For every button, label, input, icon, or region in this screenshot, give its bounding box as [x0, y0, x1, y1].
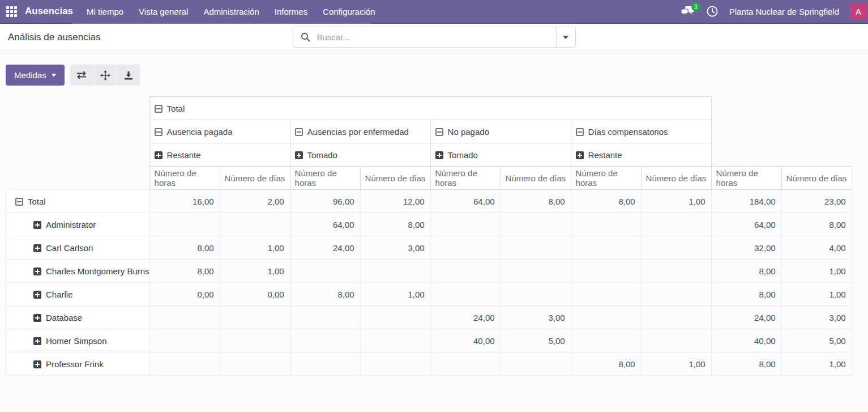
pivot-cell[interactable]: 64,00 — [290, 213, 360, 236]
collapse-icon[interactable] — [15, 198, 23, 206]
measure-header[interactable]: Número de horas — [149, 167, 220, 190]
measure-header[interactable]: Número de días — [501, 167, 571, 190]
pivot-cell[interactable]: 8,00 — [711, 352, 781, 376]
expand-icon[interactable] — [33, 291, 41, 299]
pivot-cell[interactable] — [290, 260, 360, 283]
measure-header[interactable]: Número de días — [360, 167, 430, 190]
pivot-cell[interactable]: 8,00 — [571, 352, 641, 376]
avatar[interactable]: A — [850, 3, 867, 20]
pivot-cell[interactable] — [571, 329, 641, 352]
pivot-cell[interactable]: 0,00 — [220, 283, 290, 306]
menu-item-configuracion[interactable]: Configuración — [323, 7, 375, 16]
measure-header[interactable]: Número de días — [641, 167, 711, 190]
pivot-cell[interactable]: 8,00 — [149, 236, 220, 260]
pivot-cell[interactable] — [220, 329, 290, 352]
pivot-cell[interactable]: 24,00 — [430, 306, 501, 329]
pivot-cell[interactable]: 3,00 — [501, 306, 571, 329]
pivot-cell[interactable]: 5,00 — [781, 329, 852, 352]
pivot-cell[interactable]: 40,00 — [430, 329, 501, 352]
pivot-cell[interactable]: 1,00 — [641, 352, 711, 376]
pivot-cell[interactable]: 96,00 — [290, 190, 360, 213]
pivot-cell[interactable] — [149, 329, 220, 352]
pivot-cell[interactable]: 24,00 — [711, 306, 781, 329]
messages-button[interactable]: 3 — [680, 6, 695, 17]
flip-axis-button[interactable] — [70, 65, 93, 86]
measure-header[interactable]: Número de días — [220, 167, 290, 190]
pivot-cell[interactable] — [430, 236, 501, 260]
pivot-cell[interactable] — [290, 329, 360, 352]
pivot-cell[interactable] — [220, 352, 290, 376]
pivot-cell[interactable]: 8,00 — [360, 213, 430, 236]
expand-icon[interactable] — [33, 337, 41, 345]
pivot-cell[interactable] — [220, 213, 290, 236]
collapse-icon[interactable] — [435, 128, 443, 136]
measure-header[interactable]: Número de horas — [711, 167, 781, 190]
expand-icon[interactable] — [33, 314, 41, 322]
pivot-cell[interactable]: 12,00 — [360, 190, 430, 213]
pivot-cell[interactable]: 64,00 — [430, 190, 501, 213]
pivot-cell[interactable]: 184,00 — [711, 190, 781, 213]
pivot-cell[interactable] — [571, 306, 641, 329]
pivot-cell[interactable] — [360, 260, 430, 283]
pivot-cell[interactable] — [430, 352, 501, 376]
pivot-cell[interactable]: 1,00 — [220, 260, 290, 283]
pivot-cell[interactable] — [571, 260, 641, 283]
pivot-cell[interactable] — [360, 352, 430, 376]
expand-icon[interactable] — [295, 151, 303, 159]
download-button[interactable] — [117, 65, 140, 86]
pivot-cell[interactable] — [641, 306, 711, 329]
pivot-cell[interactable] — [290, 306, 360, 329]
pivot-row-header[interactable]: Carl Carlson — [6, 236, 150, 260]
pivot-cell[interactable]: 16,00 — [149, 190, 220, 213]
pivot-cell[interactable] — [641, 283, 711, 306]
pivot-cell[interactable] — [501, 260, 571, 283]
pivot-cell[interactable]: 23,00 — [781, 190, 852, 213]
expand-icon[interactable] — [33, 267, 41, 275]
pivot-colsubgroup-tomado[interactable]: Tomado — [290, 143, 430, 167]
pivot-cell[interactable]: 32,00 — [711, 236, 781, 260]
menu-item-mi-tiempo[interactable]: Mi tiempo — [87, 7, 123, 16]
pivot-cell[interactable]: 1,00 — [220, 236, 290, 260]
pivot-cell[interactable]: 40,00 — [711, 329, 781, 352]
pivot-cell[interactable] — [501, 352, 571, 376]
pivot-colgroup-dias-compensatorios[interactable]: Días compensatorios — [571, 120, 711, 143]
pivot-cell[interactable] — [641, 213, 711, 236]
pivot-row-header[interactable]: Professor Frink — [6, 352, 150, 376]
expand-icon[interactable] — [33, 244, 41, 252]
pivot-cell[interactable]: 1,00 — [781, 352, 852, 376]
menu-item-informes[interactable]: Informes — [275, 7, 307, 16]
pivot-row-header[interactable]: Homer Simpson — [6, 329, 150, 352]
pivot-cell[interactable]: 64,00 — [711, 213, 781, 236]
menu-item-vista-general[interactable]: Vista general — [139, 7, 188, 16]
pivot-colgroup-total[interactable]: Total — [149, 97, 711, 120]
pivot-row-header[interactable]: Charles Montgomery Burns — [6, 260, 150, 283]
collapse-icon[interactable] — [155, 128, 163, 136]
pivot-cell[interactable]: 1,00 — [360, 283, 430, 306]
pivot-cell[interactable] — [430, 213, 501, 236]
company-name[interactable]: Planta Nuclear de Springfield — [729, 7, 839, 16]
pivot-colgroup-no-pagado[interactable]: No pagado — [430, 120, 571, 143]
collapse-icon[interactable] — [576, 128, 584, 136]
pivot-cell[interactable] — [501, 236, 571, 260]
pivot-row-header[interactable]: Database — [6, 306, 150, 329]
pivot-cell[interactable] — [360, 329, 430, 352]
measure-header[interactable]: Número de horas — [430, 167, 501, 190]
pivot-cell[interactable] — [430, 260, 501, 283]
collapse-icon[interactable] — [155, 105, 163, 113]
pivot-cell[interactable]: 8,00 — [290, 283, 360, 306]
pivot-cell[interactable]: 24,00 — [290, 236, 360, 260]
pivot-colgroup-ausencias-enfermedad[interactable]: Ausencias por enfermedad — [290, 120, 430, 143]
pivot-cell[interactable] — [571, 236, 641, 260]
pivot-colsubgroup-restante[interactable]: Restante — [571, 143, 711, 167]
pivot-cell[interactable]: 4,00 — [781, 236, 852, 260]
pivot-cell[interactable]: 1,00 — [781, 260, 852, 283]
expand-icon[interactable] — [155, 151, 163, 159]
pivot-cell[interactable] — [220, 306, 290, 329]
pivot-cell[interactable] — [149, 352, 220, 376]
pivot-cell[interactable] — [360, 306, 430, 329]
expand-icon[interactable] — [33, 360, 41, 368]
pivot-row-header[interactable]: Charlie — [6, 283, 150, 306]
pivot-cell[interactable] — [641, 236, 711, 260]
measure-header[interactable]: Número de días — [781, 167, 852, 190]
activities-button[interactable] — [706, 5, 719, 18]
